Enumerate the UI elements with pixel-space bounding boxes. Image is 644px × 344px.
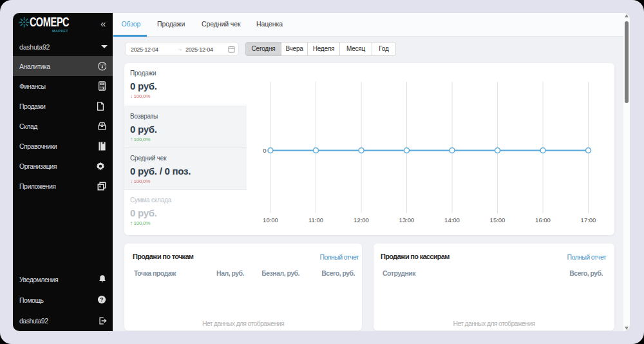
svg-text:15:00: 15:00 [490,216,506,224]
svg-text:16:00: 16:00 [535,216,551,224]
svg-text:11:00: 11:00 [308,216,323,224]
svg-text:12:00: 12:00 [354,216,369,224]
svg-text:14:00: 14:00 [444,216,460,224]
svg-text:10:00: 10:00 [263,216,278,224]
svg-text:13:00: 13:00 [399,216,415,224]
svg-text:?: ? [100,296,103,303]
svg-text:0: 0 [263,147,266,154]
svg-text:17:00: 17:00 [581,216,596,224]
